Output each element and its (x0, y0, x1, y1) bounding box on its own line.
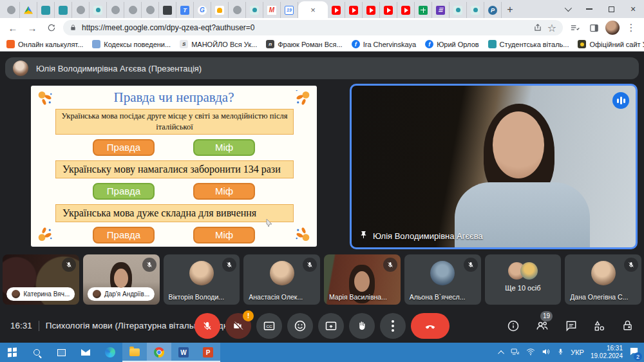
pinned-tab-globe-icon[interactable] (229, 2, 246, 18)
pinned-tab-google-icon[interactable]: G (194, 2, 211, 18)
participant-overflow-tile[interactable]: Ще 10 осіб (485, 254, 562, 305)
quiz-answer-button[interactable]: Міф (193, 183, 255, 200)
start-button[interactable] (0, 343, 24, 362)
pinned-tab-gmail-icon[interactable]: M (263, 2, 281, 18)
bookmark-item[interactable]: Онлайн калькулят... (6, 40, 83, 48)
pinned-tab-globe-icon[interactable] (107, 2, 124, 18)
camera-toggle-button[interactable]: ! (225, 313, 251, 339)
tab-youtube-icon[interactable] (397, 2, 415, 18)
tab-close-icon[interactable]: × (310, 5, 316, 15)
participant-tile[interactable]: Альона В`ячесл... (404, 254, 481, 305)
participant-tile[interactable]: Вікторія Володи... (164, 254, 240, 305)
mic-toggle-button[interactable] (194, 313, 220, 339)
participant-tile[interactable]: Марія Василівна... (324, 254, 401, 305)
tab-youtube-icon[interactable] (345, 2, 363, 18)
shared-presentation-slide[interactable]: Правда чи неправда? Українська мова посі… (31, 86, 317, 247)
bookmark-item[interactable]: SМАНОЙЛО Вся Ук... (180, 40, 257, 48)
quiz-answer-button[interactable]: Правда (93, 139, 155, 156)
chat-panel-icon[interactable] (565, 319, 578, 332)
edge-app-icon[interactable] (98, 343, 122, 362)
tab-forms-icon[interactable]: ☰ (432, 2, 450, 18)
powerpoint-app-icon[interactable]: P (196, 343, 220, 362)
meeting-details-icon[interactable] (507, 319, 520, 332)
quiz-answer-button[interactable]: Правда (93, 183, 155, 200)
mail-app-icon[interactable] (73, 343, 98, 362)
pinned-tab-globe-icon[interactable] (72, 2, 90, 18)
address-bar[interactable]: https://meet.google.com/dpy-qzea-eqt?aut… (63, 20, 563, 35)
captions-button[interactable]: CC (256, 313, 282, 339)
taskbar-search-icon[interactable] (24, 343, 49, 362)
pinned-tab-vseosvita-icon[interactable] (246, 2, 263, 18)
share-icon[interactable] (533, 23, 542, 32)
tab-youtube-icon[interactable] (363, 2, 380, 18)
pinned-tab-calendar-icon[interactable]: 19 (281, 2, 298, 18)
task-view-icon[interactable] (49, 343, 73, 362)
back-icon[interactable]: ← (5, 20, 21, 35)
volume-icon[interactable] (542, 347, 551, 358)
file-explorer-icon[interactable] (122, 343, 147, 362)
pinned-tab-bell-icon[interactable] (211, 2, 229, 18)
bookmark-star-icon[interactable]: ☆ (547, 22, 556, 34)
pinned-tab-dark-app-icon[interactable] (159, 2, 176, 18)
tray-mic-icon[interactable] (557, 347, 564, 358)
new-tab-button[interactable]: + (502, 1, 518, 18)
chrome-app-icon[interactable] (147, 343, 171, 362)
more-options-button[interactable] (380, 313, 406, 339)
reactions-button[interactable] (287, 313, 313, 339)
end-call-button[interactable] (411, 313, 450, 339)
bookmark-item[interactable]: fЮрий Орлов (425, 40, 478, 48)
language-indicator[interactable]: УКР (571, 348, 584, 356)
bookmark-item[interactable]: Офіційний сайт Уп... (578, 40, 644, 48)
quiz-answer-button[interactable]: Міф (193, 139, 255, 156)
url-text[interactable]: https://meet.google.com/dpy-qzea-eqt?aut… (82, 23, 528, 32)
bookmark-item[interactable]: nФраюк Роман Вся... (266, 40, 342, 48)
ethernet-icon[interactable] (511, 347, 520, 358)
forward-icon[interactable]: → (24, 20, 40, 35)
tab-padlet-icon[interactable]: P (484, 2, 502, 18)
pinned-tab-teal-app-icon[interactable] (55, 2, 72, 18)
pinned-tab-drive-icon[interactable] (20, 2, 37, 18)
reading-list-icon[interactable] (567, 20, 582, 35)
pinned-tab-globe-icon[interactable] (3, 2, 20, 18)
participant-tile[interactable]: Дана Олегівна С... (565, 254, 641, 305)
tray-expand-icon[interactable] (498, 350, 504, 356)
taskbar-clock[interactable]: 16:31 19.02.2024 (591, 345, 623, 361)
tab-vseosvita-icon[interactable] (467, 2, 484, 18)
tab-sheets-icon[interactable] (415, 2, 432, 18)
pinned-tab-teal-app-icon[interactable] (37, 2, 55, 18)
notification-center-icon[interactable]: 2 (629, 347, 639, 358)
pinned-tab-globe-icon[interactable] (142, 2, 159, 18)
participant-tile[interactable]: Анастасія Олек... (243, 254, 320, 305)
tab-youtube-icon[interactable] (380, 2, 397, 18)
reload-icon[interactable] (44, 20, 59, 35)
presenter-banner: Юлія Володимирівна Агєєва (Презентація) (5, 57, 639, 79)
pinned-tab-vseosvita-icon[interactable] (90, 2, 107, 18)
participant-tile[interactable]: Дар'я Андріїв... (83, 254, 160, 305)
tab-vseosvita-icon[interactable] (450, 2, 467, 18)
bookmark-item[interactable]: Кодексы поведени... (92, 40, 171, 48)
quiz-answer-button[interactable]: Правда (93, 227, 155, 243)
side-panel-icon[interactable] (586, 20, 601, 35)
active-tab-google-meet[interactable]: × (298, 1, 328, 18)
word-app-icon[interactable]: W (171, 343, 196, 362)
activities-icon[interactable] (593, 319, 606, 332)
present-screen-button[interactable] (318, 313, 344, 339)
wifi-icon[interactable] (526, 347, 535, 358)
bookmark-item[interactable]: fIra Chervinskaya (352, 40, 417, 48)
tab-youtube-icon[interactable] (328, 2, 345, 18)
raise-hand-button[interactable] (349, 313, 375, 339)
pinned-tab-globe-icon[interactable] (124, 2, 142, 18)
bookmark-item[interactable]: Студентська віталь... (488, 40, 569, 48)
quiz-answer-button[interactable]: Міф (193, 227, 255, 243)
window-minimize-button[interactable] (578, 0, 600, 18)
window-maximize-button[interactable] (600, 0, 622, 18)
pinned-tab-translate-icon[interactable]: T (176, 2, 194, 18)
tab-search-chevron-icon[interactable] (556, 0, 578, 18)
main-video-tile[interactable]: Юлія Володимирівна Агєєва (350, 84, 638, 249)
browser-menu-icon[interactable]: ⋮ (623, 20, 639, 35)
window-close-button[interactable]: × (622, 0, 644, 18)
profile-avatar[interactable] (605, 21, 620, 35)
host-controls-icon[interactable] (621, 319, 634, 332)
participant-tile[interactable]: Катерина Вяч... (3, 254, 79, 305)
people-panel-icon[interactable]: 19 (535, 319, 549, 333)
